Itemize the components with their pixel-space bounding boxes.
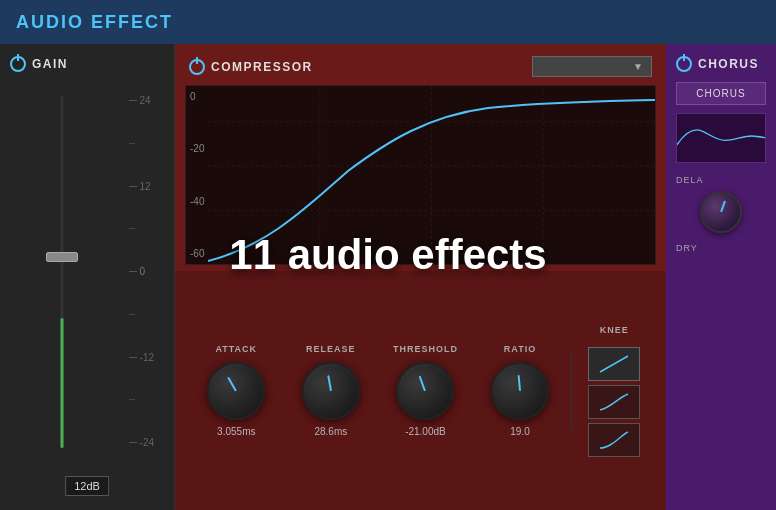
gain-panel-header: GAIN: [10, 56, 164, 72]
gain-scale: 24 12 0: [129, 95, 154, 448]
chorus-graph: [676, 113, 766, 163]
threshold-knob[interactable]: [396, 362, 454, 420]
gain-power-icon[interactable]: [10, 56, 26, 72]
attack-knob-group: ATTACK 3.055ms: [189, 344, 284, 437]
gain-value-display: 12dB: [65, 476, 109, 496]
graph-label-0: 0: [190, 91, 204, 102]
release-knob-group: RELEASE 28.6ms: [284, 344, 379, 437]
knee-label: KNEE: [600, 325, 629, 335]
compressor-header-left: COMPRESSOR: [189, 59, 313, 75]
app-title: AUDIO EFFECT: [16, 12, 173, 33]
compressor-panel-title: COMPRESSOR: [211, 60, 313, 74]
compressor-preset-dropdown[interactable]: ▼: [532, 56, 652, 77]
ratio-value: 19.0: [510, 426, 529, 437]
release-knob[interactable]: [302, 362, 360, 420]
main-content: GAIN 24 12: [0, 44, 776, 510]
graph-label-neg20: -20: [190, 143, 204, 154]
release-label: RELEASE: [306, 344, 356, 354]
chorus-delay-knob[interactable]: [700, 191, 742, 233]
chorus-panel: CHORUS CHORUS DELA DRY: [666, 44, 776, 510]
chorus-preset-button[interactable]: CHORUS: [676, 82, 766, 105]
scale-item: 0: [129, 266, 154, 277]
header: AUDIO EFFECT: [0, 0, 776, 44]
attack-knob-indicator: [227, 377, 237, 392]
scale-item: -24: [129, 437, 154, 448]
gain-slider-track-container: [47, 87, 77, 498]
knobs-area: ATTACK 3.055ms RELEASE 28.6ms THRESHOLD: [175, 271, 666, 510]
release-knob-indicator: [327, 375, 332, 391]
ratio-knob[interactable]: [491, 362, 549, 420]
threshold-label: THRESHOLD: [393, 344, 458, 354]
attack-label: ATTACK: [215, 344, 257, 354]
scale-item: 12: [129, 181, 154, 192]
knee-button-hard[interactable]: [588, 347, 640, 381]
gain-track-fill: [61, 318, 64, 448]
chevron-down-icon: ▼: [633, 61, 643, 72]
chorus-dry-label: DRY: [676, 243, 766, 253]
chorus-delay-knob-indicator: [720, 200, 726, 212]
scale-label-neg12: -12: [140, 352, 154, 363]
scale-label-24: 24: [140, 95, 151, 106]
scale-item: 24: [129, 95, 154, 106]
chorus-panel-title: CHORUS: [698, 57, 759, 71]
ratio-label: RATIO: [504, 344, 536, 354]
gain-slider-thumb[interactable]: [46, 252, 78, 262]
knee-button-medium[interactable]: [588, 385, 640, 419]
attack-value: 3.055ms: [217, 426, 255, 437]
knee-curve-hard: [596, 352, 632, 376]
graph-label-neg60: -60: [190, 248, 204, 259]
threshold-value: -21.00dB: [405, 426, 446, 437]
threshold-knob-group: THRESHOLD -21.00dB: [378, 344, 473, 437]
ratio-knob-group: RATIO 19.0: [473, 344, 568, 437]
ratio-knob-indicator: [518, 375, 521, 391]
compressor-graph-svg: [208, 86, 655, 264]
compressor-graph: 0 -20 -40 -60: [185, 85, 656, 265]
gain-slider-area: 24 12 0: [10, 87, 164, 498]
scale-label-0: 0: [140, 266, 146, 277]
graph-label-neg40: -40: [190, 196, 204, 207]
compressor-power-icon[interactable]: [189, 59, 205, 75]
scale-item: [129, 143, 154, 144]
chorus-power-icon[interactable]: [676, 56, 692, 72]
knee-curve-medium: [596, 390, 632, 414]
attack-knob[interactable]: [207, 362, 265, 420]
chorus-panel-header: CHORUS: [676, 56, 766, 72]
knee-curve-soft: [596, 428, 632, 452]
scale-item: [129, 228, 154, 229]
chorus-wave-svg: [677, 114, 765, 158]
gain-panel-title: GAIN: [32, 57, 68, 71]
knee-button-soft[interactable]: [588, 423, 640, 457]
scale-item: -12: [129, 352, 154, 363]
graph-y-labels: 0 -20 -40 -60: [190, 91, 204, 259]
chorus-delay-label: DELA: [676, 175, 766, 185]
compressor-panel: COMPRESSOR ▼ 0 -20 -40 -60: [175, 44, 666, 510]
release-value: 28.6ms: [314, 426, 347, 437]
divider: [571, 351, 572, 431]
scale-item: [129, 399, 154, 400]
scale-label-neg24: -24: [140, 437, 154, 448]
knee-group: KNEE: [576, 325, 652, 457]
scale-item: [129, 314, 154, 315]
compressor-header: COMPRESSOR ▼: [175, 44, 666, 85]
gain-panel: GAIN 24 12: [0, 44, 175, 510]
scale-label-12: 12: [140, 181, 151, 192]
threshold-knob-indicator: [419, 376, 426, 392]
